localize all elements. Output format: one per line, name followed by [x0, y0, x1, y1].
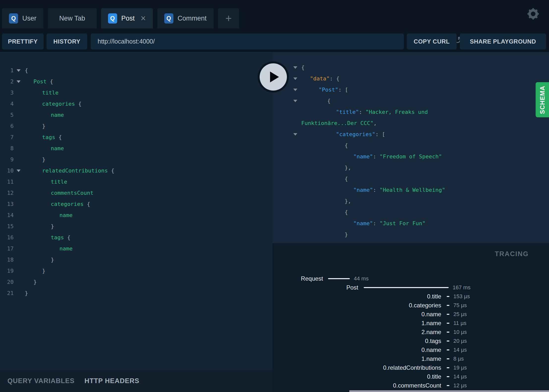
token: }	[33, 279, 37, 285]
trace-duration-bar	[447, 314, 449, 315]
query-line-20[interactable]: 20}	[0, 276, 273, 288]
token: },	[345, 165, 351, 171]
trace-duration-bar	[447, 341, 449, 342]
prettify-button[interactable]: PRETTIFY	[2, 33, 44, 49]
query-line-16[interactable]: 16tags {	[0, 232, 273, 243]
query-code: }	[42, 123, 45, 129]
token: [	[382, 131, 385, 137]
token: :	[373, 220, 380, 226]
tab-user[interactable]: QUser	[2, 8, 43, 28]
query-line-18[interactable]: 18}	[0, 254, 273, 265]
response-code: "data": {	[310, 75, 339, 82]
settings-gear-icon[interactable]	[527, 7, 540, 20]
close-tab-icon[interactable]: ×	[141, 14, 146, 23]
line-number: 5	[0, 112, 14, 118]
query-code: }	[51, 223, 54, 229]
top-bar: QUserNew TabQPost×QComment+ PRETTIFY HIS…	[0, 0, 549, 52]
tracing-row-1-name: 1.name8 µs	[273, 354, 549, 363]
bottom-bar: QUERY VARIABLES HTTP HEADERS	[0, 370, 273, 392]
response-line-13: },	[273, 196, 549, 207]
token: {	[301, 64, 304, 71]
trace-duration-value: 8 µs	[453, 356, 464, 362]
token: :	[359, 109, 366, 115]
query-line-1[interactable]: 1{	[0, 65, 273, 76]
token: :	[373, 153, 380, 160]
tab-query-variables[interactable]: QUERY VARIABLES	[7, 377, 75, 385]
trace-duration-bar	[447, 323, 449, 324]
schema-tab-label: SCHEMA	[539, 86, 546, 114]
tab-comment[interactable]: QComment	[157, 8, 214, 28]
token: {	[75, 101, 82, 107]
history-button[interactable]: HISTORY	[47, 33, 87, 49]
query-code: }	[42, 268, 45, 274]
query-line-10[interactable]: 10relatedContributions {	[0, 165, 273, 176]
trace-label: 0.tags	[273, 338, 441, 344]
tracing-row-0-name: 0.name25 µs	[273, 310, 549, 319]
query-line-21[interactable]: 21}	[0, 288, 273, 299]
query-code: }	[25, 290, 28, 296]
query-line-7[interactable]: 7tags {	[0, 132, 273, 143]
copy-curl-button[interactable]: COPY CURL	[407, 33, 457, 49]
collapse-arrow-icon[interactable]	[293, 100, 297, 102]
token: }	[51, 257, 54, 263]
query-line-2[interactable]: 2Post {	[0, 76, 273, 87]
line-number: 21	[0, 290, 14, 296]
token: Funktionäre...Der CCC"	[301, 120, 373, 126]
collapse-arrow-icon[interactable]	[293, 66, 297, 69]
token: }	[42, 268, 45, 274]
tracing-row-0-categories: 0.categories75 µs	[273, 301, 549, 310]
tracing-row-0-title: 0.title14 µs	[273, 372, 549, 381]
schema-side-tab[interactable]: SCHEMA	[536, 82, 549, 117]
query-line-5[interactable]: 5name	[0, 109, 273, 121]
response-code: Funktionäre...Der CCC",	[301, 120, 377, 126]
query-line-12[interactable]: 12commentsCount	[0, 187, 273, 198]
tab-post[interactable]: QPost×	[101, 8, 153, 28]
collapse-arrow-icon[interactable]	[293, 77, 297, 80]
query-line-11[interactable]: 11title	[0, 176, 273, 187]
response-line-4: {	[273, 95, 549, 106]
response-line-14: {	[273, 207, 549, 218]
query-line-19[interactable]: 19}	[0, 265, 273, 276]
endpoint-url-input[interactable]: http://localhost:4000/	[91, 33, 404, 49]
tab-new-tab[interactable]: New Tab	[48, 8, 97, 28]
token: name	[59, 245, 73, 252]
execute-query-button[interactable]	[258, 61, 289, 93]
query-line-6[interactable]: 6}	[0, 121, 273, 132]
token: },	[345, 198, 351, 204]
add-tab-button[interactable]: +	[218, 8, 239, 28]
query-line-13[interactable]: 13categories {	[0, 198, 273, 210]
query-line-4[interactable]: 4categories {	[0, 98, 273, 109]
trace-duration-value: 44 ms	[354, 275, 369, 282]
share-playground-button[interactable]: SHARE PLAYGROUND	[460, 33, 546, 49]
line-number: 11	[0, 179, 14, 185]
response-line-16: }	[273, 229, 549, 240]
query-line-9[interactable]: 9}	[0, 154, 273, 165]
query-editor[interactable]: 1{2Post {3title4categories {5name6}7tags…	[0, 52, 273, 370]
trace-duration-value: 25 µs	[453, 311, 467, 318]
tab-http-headers[interactable]: HTTP HEADERS	[84, 377, 139, 385]
query-code: }	[33, 279, 37, 285]
tab-list: QUserNew TabQPost×QComment+	[2, 8, 239, 28]
horizontal-scrollbar[interactable]	[349, 390, 549, 392]
query-line-3[interactable]: 3title	[0, 87, 273, 98]
trace-duration-bar	[364, 287, 449, 288]
query-code: {	[25, 67, 28, 74]
fold-arrow-icon[interactable]	[17, 170, 21, 172]
fold-arrow-icon[interactable]	[17, 80, 21, 83]
trace-label: 1.name	[273, 320, 441, 327]
collapse-arrow-icon[interactable]	[293, 89, 297, 91]
token: "Hacker, Freaks und	[365, 109, 428, 115]
trace-label: 0.name	[273, 346, 441, 353]
response-line-15: "name": "Just For Fun"	[273, 218, 549, 229]
query-line-15[interactable]: 15}	[0, 221, 273, 232]
query-line-14[interactable]: 14name	[0, 210, 273, 221]
fold-arrow-icon[interactable]	[17, 69, 21, 72]
token: }	[51, 223, 54, 229]
query-line-17[interactable]: 17name	[0, 243, 273, 254]
token: name	[51, 145, 64, 151]
collapse-arrow-icon[interactable]	[293, 133, 297, 136]
query-badge: Q	[108, 13, 117, 24]
response-line-9: "name": "Freedom of Speech"	[273, 151, 549, 162]
query-line-8[interactable]: 8name	[0, 143, 273, 154]
trace-duration-value: 14 µs	[453, 347, 467, 353]
